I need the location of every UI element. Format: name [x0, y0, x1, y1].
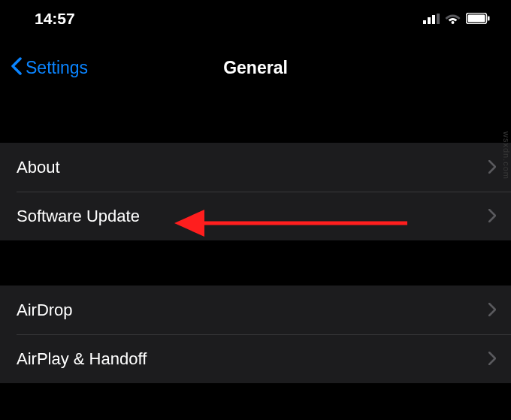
group-separator [0, 383, 511, 420]
row-software-update[interactable]: Software Update [0, 192, 511, 240]
row-airdrop[interactable]: AirDrop [0, 286, 511, 334]
svg-rect-1 [428, 17, 431, 24]
row-about[interactable]: About [0, 143, 511, 192]
chevron-left-icon [11, 56, 23, 79]
row-label: About [17, 158, 60, 177]
svg-rect-3 [437, 14, 440, 24]
group-separator [0, 98, 511, 143]
navigation-bar: Settings General [0, 38, 511, 98]
chevron-right-icon [488, 157, 496, 178]
chevron-right-icon [488, 206, 496, 227]
status-indicators [423, 10, 490, 28]
chevron-right-icon [488, 349, 496, 370]
settings-group-2: AirDrop AirPlay & Handoff [0, 286, 511, 383]
svg-point-4 [452, 21, 455, 24]
cellular-icon [423, 10, 440, 28]
back-button[interactable]: Settings [11, 56, 88, 79]
settings-group-1: About Software Update [0, 143, 511, 240]
watermark: wsxdn.com [502, 131, 511, 180]
status-bar: 14:57 [0, 0, 511, 38]
svg-rect-2 [432, 15, 435, 24]
back-label: Settings [26, 58, 88, 78]
row-label: AirPlay & Handoff [17, 349, 147, 369]
row-airplay-handoff[interactable]: AirPlay & Handoff [0, 334, 511, 383]
wifi-icon [445, 10, 461, 28]
svg-rect-0 [423, 20, 426, 24]
row-label: Software Update [17, 207, 140, 226]
svg-rect-7 [488, 17, 490, 21]
page-title: General [223, 58, 288, 78]
group-separator [0, 240, 511, 286]
status-time: 14:57 [35, 10, 75, 28]
svg-rect-6 [468, 15, 485, 23]
battery-icon [466, 10, 490, 28]
row-label: AirDrop [17, 301, 73, 320]
chevron-right-icon [488, 300, 496, 321]
